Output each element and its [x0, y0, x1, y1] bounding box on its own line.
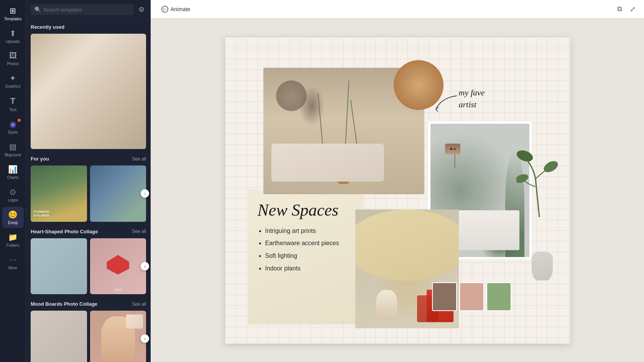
- sidebar-item-emoji[interactable]: 😊 Emoji: [2, 207, 24, 228]
- charts-icon: 📊: [8, 165, 18, 174]
- sidebar-item-charts[interactable]: 📊 Charts: [2, 162, 24, 183]
- panel-scroll: Recently used For you See all FLOWERS& P…: [26, 20, 151, 362]
- heart-collage-thumb-1[interactable]: [31, 238, 87, 295]
- templates-icon: ⊞: [10, 6, 16, 15]
- styles-badge: [18, 119, 21, 122]
- for-you-see-all[interactable]: See all: [132, 156, 146, 162]
- bullet-item-4[interactable]: Indoor plants: [265, 263, 353, 274]
- sidebar-item-logos[interactable]: ⊙ Logos: [2, 184, 24, 205]
- search-input[interactable]: [43, 7, 130, 13]
- search-icon: 🔍: [34, 7, 41, 13]
- for-you-grid: FLOWERS& PLANTS ›: [31, 165, 146, 222]
- logos-icon: ⊙: [10, 187, 16, 197]
- mirror-circle: [276, 80, 307, 111]
- plant-branch: [516, 141, 562, 217]
- duplicate-button[interactable]: ⧉: [615, 3, 624, 15]
- color-swatches: [432, 282, 511, 311]
- svg-point-1: [516, 148, 534, 163]
- sidebar-item-text[interactable]: T Text: [2, 93, 24, 115]
- moodboard-canvas[interactable]: my fave artist: [225, 37, 570, 344]
- folders-icon: 📁: [8, 233, 18, 242]
- bullet-item-3[interactable]: Soft lighting: [265, 251, 353, 262]
- heart-collage-see-all[interactable]: See all: [132, 229, 146, 234]
- search-bar: 🔍 ⚙: [26, 0, 151, 20]
- styles-icon: ◉: [10, 120, 16, 129]
- swatch-green[interactable]: [486, 282, 511, 311]
- filter-button[interactable]: ⚙: [137, 4, 146, 15]
- mood-boards-see-all[interactable]: See all: [132, 301, 146, 307]
- canvas-title[interactable]: New Spaces: [258, 202, 353, 219]
- sidebar-item-background[interactable]: ▤ Bkground: [2, 139, 24, 160]
- animate-icon: ▷: [161, 6, 168, 13]
- mood-boards-next-arrow[interactable]: ›: [141, 334, 149, 343]
- mood-boards-thumb-2[interactable]: [90, 311, 146, 362]
- templates-panel: 🔍 ⚙ Recently used For you See all: [26, 0, 151, 362]
- uploads-icon: ⬆: [10, 29, 16, 38]
- animate-button[interactable]: ▷ Animate: [157, 3, 195, 15]
- graphics-icon: ✦: [10, 74, 16, 83]
- svg-point-2: [516, 172, 529, 184]
- for-you-next-arrow[interactable]: ›: [141, 189, 149, 198]
- bullet-list: Intriguing art prints Earthenware accent…: [258, 226, 353, 274]
- bullet-item-2[interactable]: Earthenware accent pieces: [265, 238, 353, 249]
- annotation-text[interactable]: my fave artist: [459, 75, 485, 111]
- mood-boards-title: Mood Boards Photo Collage: [31, 301, 97, 307]
- recently-used-header: Recently used: [31, 24, 146, 30]
- heart-shape: [107, 255, 129, 274]
- sidebar-item-more[interactable]: ⋯ More: [2, 252, 24, 273]
- svg-point-0: [542, 159, 560, 174]
- top-bar-left: ▷ Animate: [157, 3, 195, 15]
- heart-collage-grid: LOVE ›: [31, 238, 146, 295]
- canvas-area[interactable]: my fave artist: [151, 18, 644, 362]
- recently-used-thumb[interactable]: [31, 34, 146, 149]
- decorative-vase: [532, 252, 553, 280]
- top-bar: ▷ Animate ⧉ ⤢: [151, 0, 644, 18]
- emoji-icon: 😊: [8, 210, 18, 219]
- text-icon: T: [10, 96, 15, 106]
- for-you-thumb-2[interactable]: [90, 165, 146, 222]
- for-you-title: For you: [31, 156, 49, 162]
- heart-collage-header: Heart-Shaped Photo Collage See all: [31, 229, 146, 234]
- swatch-pink[interactable]: [459, 282, 484, 311]
- annotation-arrow: [434, 94, 461, 113]
- bullet-item-1[interactable]: Intriguing art prints: [265, 226, 353, 237]
- for-you-header: For you See all: [31, 156, 146, 162]
- photos-icon: 🖼: [9, 51, 17, 60]
- heart-collage-thumb-2[interactable]: LOVE: [90, 238, 146, 295]
- sidebar-item-photos[interactable]: 🖼 Photos: [2, 48, 24, 69]
- recently-used-title: Recently used: [31, 24, 64, 30]
- top-bar-right: ⧉ ⤢: [615, 3, 638, 15]
- swatch-brown[interactable]: [432, 282, 457, 311]
- left-sidebar: ⊞ Templates ⬆ Uploads 🖼 Photos ✦ Graphic…: [0, 0, 26, 362]
- sidebar-item-styles[interactable]: ◉ Styles: [2, 116, 24, 138]
- text-box[interactable]: New Spaces Intriguing art prints Earthen…: [248, 190, 363, 324]
- mood-boards-grid: ›: [31, 311, 146, 362]
- sidebar-item-graphics[interactable]: ✦ Graphics: [2, 70, 24, 92]
- mood-boards-header: Mood Boards Photo Collage See all: [31, 301, 146, 307]
- heart-collage-next-arrow[interactable]: ›: [141, 262, 149, 270]
- expand-button[interactable]: ⤢: [628, 3, 638, 15]
- sidebar-item-templates[interactable]: ⊞ Templates: [2, 3, 24, 24]
- mood-boards-thumb-1[interactable]: [31, 311, 87, 362]
- recently-used-grid: [31, 34, 146, 149]
- for-you-thumb-1[interactable]: FLOWERS& PLANTS: [31, 165, 87, 222]
- heart-collage-title: Heart-Shaped Photo Collage: [31, 229, 98, 234]
- main-area: ▷ Animate ⧉ ⤢: [151, 0, 644, 362]
- background-icon: ▤: [9, 142, 16, 151]
- sidebar-item-uploads[interactable]: ⬆ Uploads: [2, 26, 24, 47]
- more-icon: ⋯: [9, 255, 17, 264]
- search-input-wrap[interactable]: 🔍: [31, 4, 134, 15]
- sidebar-item-folders[interactable]: 📁 Folders: [2, 229, 24, 251]
